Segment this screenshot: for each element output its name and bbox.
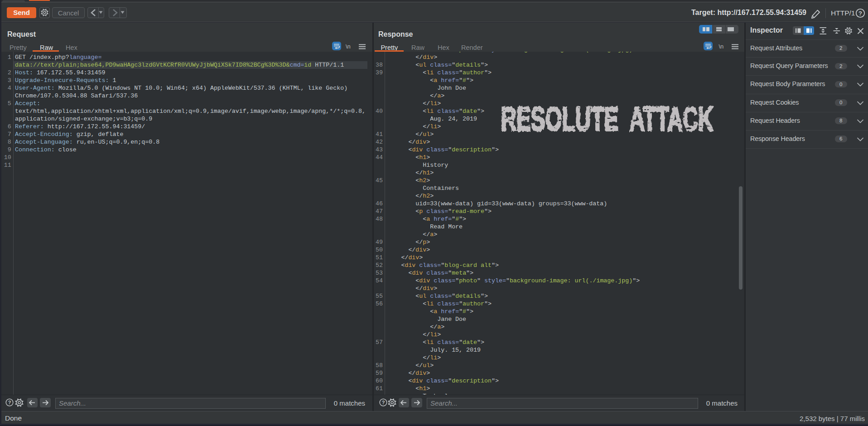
svg-text:?: ?	[8, 400, 11, 405]
svg-text:RESOLUTE: RESOLUTE	[501, 101, 618, 138]
svg-text:?: ?	[382, 400, 385, 405]
svg-text:?: ?	[858, 10, 862, 17]
svg-text:ATTACK: ATTACK	[630, 101, 714, 138]
